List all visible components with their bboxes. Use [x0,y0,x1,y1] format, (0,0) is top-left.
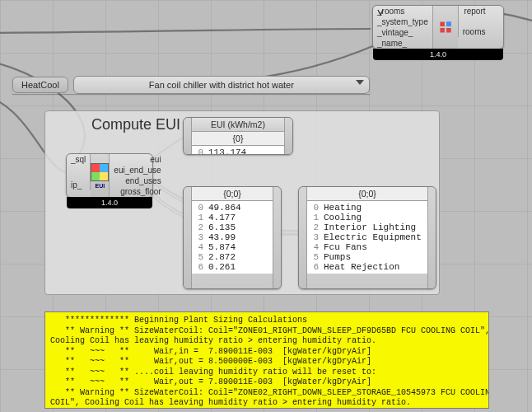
panel-body: 0Heating 1Cooling 2Interior Lighting 3El… [307,201,427,274]
hb-rooms-component[interactable]: _rooms _system_type _vintage_ _name_ rep… [372,5,504,49]
panel-grip[interactable] [273,187,281,288]
output-report[interactable]: report [458,6,490,16]
output-eui-end-use[interactable]: eui_end_use [109,165,165,176]
panel-title: EUI (kWh/m2) [192,118,284,132]
eui-icon-label: EUI [96,183,105,189]
eui-component[interactable]: _sql ip_ EUI eui eui_end_use end_uses gr… [66,153,153,198]
input-vintage[interactable]: _vintage_ [373,27,433,38]
input-ip[interactable]: ip_ [67,180,91,190]
panel-branch: {0;0} [307,187,427,201]
output-end-uses[interactable]: end_uses [109,176,165,186]
input-sql[interactable]: _sql [67,154,91,165]
panel-grip[interactable] [299,187,307,288]
panel-grip[interactable] [427,187,436,288]
honeybee-icon [436,18,455,36]
panel-grip[interactable] [184,187,192,288]
hvac-dropdown-value: Fan coil chiller with district hot water [149,80,294,90]
panel-branch: {0;0} [192,187,273,201]
panel-body: 049.864 14.177 26.135 343.99 45.874 52.8… [192,201,273,274]
eui-icon [91,163,109,181]
panel-grip[interactable] [184,118,192,154]
panel-body: 0113.174 [192,146,284,155]
chevron-down-icon [356,80,364,85]
output-gross-floor[interactable]: gross_floor [109,186,165,197]
input-name[interactable]: _name_ [373,38,433,49]
output-rooms[interactable]: rooms [458,26,490,37]
version-bar: 1.4.0 [373,49,503,60]
eui-output-panel[interactable]: EUI (kWh/m2) {0} 0113.174 [183,117,293,155]
eui-end-use-values-panel[interactable]: {0;0} 049.864 14.177 26.135 343.99 45.87… [183,186,282,289]
hvac-template-row: HeatCool Fan coil chiller with district … [12,76,370,94]
heatcool-chip[interactable]: HeatCool [12,77,68,93]
end-uses-panel[interactable]: {0;0} 0Heating 1Cooling 2Interior Lighti… [298,186,436,289]
hvac-dropdown[interactable]: Fan coil chiller with district hot water [73,76,370,94]
version-bar: 1.4.0 [67,197,152,208]
simulation-log[interactable]: ************* Beginning Plant Sizing Cal… [44,311,489,409]
panel-grip[interactable] [284,118,292,154]
flatten-icon [376,8,385,18]
panel-branch: {0} [192,132,284,146]
output-eui[interactable]: eui [109,154,165,165]
